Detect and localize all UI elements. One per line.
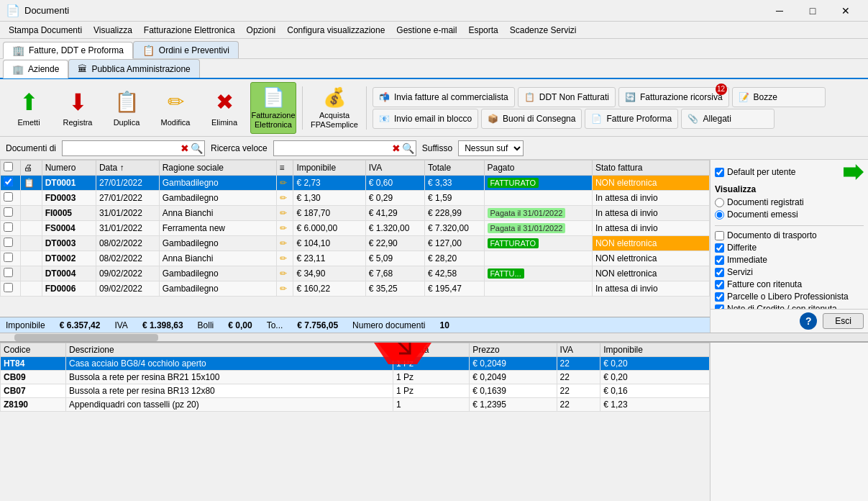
- arrow-right-button[interactable]: [844, 164, 864, 180]
- row-edit-icon[interactable]: ✏: [276, 251, 293, 266]
- row-edit-icon[interactable]: ✏: [276, 176, 293, 191]
- row-ragione: Gambadilegno: [159, 176, 276, 191]
- menu-scadenze[interactable]: Scadenze Servizi: [504, 24, 583, 37]
- row-pagato: FATTURATO: [484, 236, 592, 251]
- default-utente-checkbox[interactable]: [715, 168, 724, 177]
- menu-visualizza[interactable]: Visualizza: [88, 24, 138, 37]
- ricerca-search-icon[interactable]: 🔍: [402, 143, 414, 154]
- filter-checkbox-4[interactable]: [715, 280, 724, 289]
- table-row[interactable]: FS0004 31/01/2022 Ferramenta new ✏ € 6.0…: [1, 221, 710, 236]
- table-row[interactable]: DT0002 08/02/2022 Anna Bianchi ✏ € 23,11…: [1, 251, 710, 266]
- tab-fatture[interactable]: 🏢 Fatture, DDT e Proforma: [3, 42, 133, 59]
- table-row[interactable]: DT0004 09/02/2022 Gambadilegno ✏ € 34,90…: [1, 266, 710, 281]
- esci-button[interactable]: Esci: [823, 313, 864, 329]
- menu-esporta[interactable]: Esporta: [462, 24, 503, 37]
- radio-registrati-row: Documenti registrati: [715, 197, 864, 207]
- filter-checkbox-1[interactable]: [715, 243, 724, 253]
- table-scroll[interactable]: 🖨 Numero Data ↑ Ragione sociale ≡ Imponi…: [0, 160, 710, 317]
- table-row[interactable]: FD0006 09/02/2022 Gambadilegno ✏ € 160,2…: [1, 281, 710, 297]
- elimina-icon: ✖: [210, 88, 239, 117]
- row-checkbox[interactable]: [4, 222, 13, 232]
- sidebar-footer: ? Esci: [711, 309, 868, 333]
- emetti-label: Emetti: [17, 118, 40, 127]
- documenti-clear-icon[interactable]: ✖: [181, 143, 189, 154]
- acquista-button[interactable]: 💰 AcquistaFPASemplice: [309, 82, 360, 134]
- tab-pubblica[interactable]: 🏛 Pubblica Amministrazione: [68, 59, 199, 78]
- table-row[interactable]: FI0005 31/01/2022 Anna Bianchi ✏ € 187,7…: [1, 206, 710, 221]
- search-bar: Documenti di ✖ 🔍 Ricerca veloce ✖ 🔍 Suff…: [0, 137, 868, 160]
- menu-stampa[interactable]: Stampa Documenti: [3, 24, 88, 37]
- row-data: 09/02/2022: [96, 266, 159, 281]
- elimina-button[interactable]: ✖ Elimina: [201, 82, 247, 134]
- row-checkbox[interactable]: [4, 268, 13, 277]
- h-scrollbar-thumb[interactable]: [14, 334, 158, 341]
- row-checkbox[interactable]: [4, 283, 13, 292]
- invio-email-button[interactable]: 📧 Invio email in blocco: [373, 109, 478, 129]
- registra-button[interactable]: ⬇ Registra: [55, 82, 101, 134]
- row-edit-icon[interactable]: ✏: [276, 206, 293, 221]
- filter-checkbox-3[interactable]: [715, 268, 724, 277]
- toolbar: ⬆ Emetti ⬇ Registra 📋 Duplica ✏ Modifica…: [0, 79, 868, 137]
- radio-emessi[interactable]: [715, 210, 724, 220]
- modifica-button[interactable]: ✏ Modifica: [152, 82, 198, 134]
- invia-commercialista-button[interactable]: 📬 Invia fatture al commercialista: [373, 87, 515, 107]
- buoni-consegna-button[interactable]: 📦 Buoni di Consegna: [481, 109, 582, 129]
- row-checkbox[interactable]: [4, 207, 13, 217]
- allegati-button[interactable]: 📎 Allegati: [681, 109, 775, 129]
- invia-commercialista-label: Invia fatture al commercialista: [394, 92, 508, 102]
- table-row[interactable]: FD0003 27/01/2022 Gambadilegno ✏ € 1,30 …: [1, 191, 710, 206]
- menu-fatturazione[interactable]: Fatturazione Elettronica: [138, 24, 241, 37]
- documenti-search-icon[interactable]: 🔍: [191, 143, 203, 154]
- table-row[interactable]: DT0003 08/02/2022 Gambadilegno ✏ € 104,1…: [1, 236, 710, 251]
- detail-row[interactable]: HT84 Casa acciaio BG8/4 occhiolo aperto …: [1, 357, 710, 371]
- maximize-button[interactable]: □: [796, 0, 829, 22]
- ricerca-clear-icon[interactable]: ✖: [392, 143, 401, 154]
- filter-checkbox-label-0: Documento di trasporto: [727, 230, 817, 240]
- detail-scroll[interactable]: Codice Descrizione Quantità Prezzo IVA I…: [0, 343, 710, 501]
- menu-configura[interactable]: Configura visualizzazione: [281, 24, 390, 37]
- row-checkbox[interactable]: [4, 192, 13, 202]
- ddt-non-fatturati-button[interactable]: 📋 DDT Non Fatturati: [518, 87, 616, 107]
- help-button[interactable]: ?: [800, 312, 817, 330]
- emetti-button[interactable]: ⬆ Emetti: [6, 82, 52, 134]
- fatturazione-ricorsiva-button[interactable]: 🔄 Fatturazione ricorsiva 12: [618, 87, 729, 107]
- detail-prezzo: € 1,2395: [470, 398, 557, 412]
- pagato-badge: FATTU...: [488, 268, 524, 279]
- fatturazione-button[interactable]: 📄 FatturazioneElettronica: [250, 82, 296, 134]
- suffisso-select[interactable]: Nessun suf: [458, 140, 524, 156]
- row-edit-icon[interactable]: ✏: [276, 191, 293, 206]
- filter-checkbox-2[interactable]: [715, 256, 724, 265]
- close-button[interactable]: ✕: [829, 0, 862, 22]
- detail-row[interactable]: Z8190 Appendiquadri con tasselli (pz 20)…: [1, 398, 710, 412]
- tab-ordini[interactable]: 📋 Ordini e Preventivi: [133, 41, 239, 58]
- ricerca-input[interactable]: [275, 141, 390, 155]
- minimize-button[interactable]: ─: [763, 0, 796, 22]
- filter-checkbox-5[interactable]: [715, 292, 724, 302]
- select-all-checkbox[interactable]: [4, 162, 13, 171]
- row-edit-icon[interactable]: ✏: [276, 236, 293, 251]
- menu-opzioni[interactable]: Opzioni: [241, 24, 282, 37]
- tab-aziende[interactable]: 🏢 Aziende: [3, 60, 68, 78]
- tab-pubblica-label: Pubblica Amministrazione: [91, 64, 190, 74]
- menu-email[interactable]: Gestione e-mail: [390, 24, 462, 37]
- row-edit-icon[interactable]: ✏: [276, 281, 293, 297]
- duplica-button[interactable]: 📋 Duplica: [104, 82, 150, 134]
- ricorsiva-icon: 🔄: [625, 92, 636, 102]
- sidebar-scroll[interactable]: Default per utente Visualizza Documenti …: [711, 160, 868, 309]
- row-checkbox[interactable]: [4, 253, 13, 262]
- table-row[interactable]: 📋 DT0001 27/01/2022 Gambadilegno ✏ € 2,7…: [1, 176, 710, 191]
- row-checkbox[interactable]: [4, 238, 13, 247]
- radio-registrati[interactable]: [715, 198, 724, 207]
- bozze-button[interactable]: 📝 Bozze: [732, 87, 826, 107]
- row-edit-icon[interactable]: ✏: [276, 221, 293, 236]
- documenti-input[interactable]: [64, 141, 179, 155]
- fatture-proforma-button[interactable]: 📄 Fatture Proforma: [585, 109, 678, 129]
- detail-row[interactable]: CB07 Bussola a rete per resina BR13 12x8…: [1, 384, 710, 398]
- detail-row[interactable]: CB09 Bussola a rete per resina BR21 15x1…: [1, 371, 710, 384]
- row-checkbox[interactable]: [4, 177, 13, 186]
- row-edit-icon[interactable]: ✏: [276, 266, 293, 281]
- footer-bolli-label: Bolli: [198, 320, 214, 330]
- h-scrollbar[interactable]: [0, 333, 868, 341]
- filter-checkbox-0[interactable]: [715, 231, 724, 240]
- filter-checkbox-row: Fatture con ritenuta: [715, 279, 864, 289]
